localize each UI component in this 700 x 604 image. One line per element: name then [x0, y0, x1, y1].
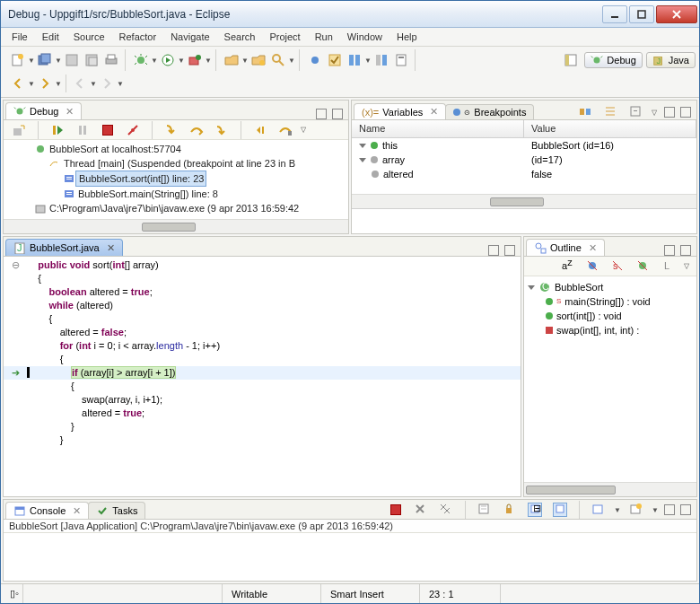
tab-variables[interactable]: (x)=Variables✕	[354, 103, 446, 119]
hide-local-icon[interactable]: L	[661, 259, 676, 274]
menu-help[interactable]: Help	[389, 30, 424, 44]
perspective-java[interactable]: J Java	[646, 52, 696, 68]
menu-refactor[interactable]: Refactor	[112, 30, 164, 44]
open-perspective-icon[interactable]	[564, 53, 578, 67]
clear-console-icon[interactable]	[477, 503, 492, 517]
remove-all-icon[interactable]	[439, 503, 453, 517]
minimize-view-icon[interactable]	[316, 109, 327, 119]
step-into-icon[interactable]	[164, 123, 179, 137]
code-editor[interactable]: ⊖ public void sort(int[] array) { boolea…	[4, 257, 521, 496]
remove-launch-icon[interactable]	[414, 503, 428, 517]
minimize-view-icon[interactable]	[664, 107, 675, 118]
sort-icon[interactable]: az	[561, 259, 575, 274]
hide-static-icon[interactable]: s	[611, 259, 626, 274]
menu-file[interactable]: File	[4, 30, 35, 44]
column-name[interactable]: Name	[352, 120, 524, 137]
scroll-lock-icon[interactable]	[503, 503, 517, 517]
nav-forward-icon[interactable]	[38, 76, 52, 91]
svg-point-11	[137, 57, 144, 64]
skip-breakpoints-icon[interactable]	[328, 53, 342, 67]
close-icon[interactable]: ✕	[585, 242, 597, 254]
pin-console-icon[interactable]: ⊟	[528, 503, 542, 517]
menu-edit[interactable]: Edit	[35, 30, 66, 44]
external-tools-icon[interactable]	[188, 53, 202, 67]
close-button[interactable]	[656, 5, 697, 23]
step-over-icon[interactable]	[189, 123, 204, 137]
suspend-icon[interactable]	[75, 123, 90, 137]
perspective-debug[interactable]: Debug	[584, 52, 642, 68]
run-icon[interactable]	[161, 53, 175, 67]
minimize-view-icon[interactable]	[664, 245, 675, 256]
save-icon[interactable]	[65, 53, 79, 67]
hide-nonpublic-icon[interactable]	[636, 259, 651, 274]
debug-tree[interactable]: BubbleSort at localhost:57704 Thread [ma…	[4, 140, 348, 219]
menu-project[interactable]: Project	[262, 30, 307, 44]
view-menu-icon[interactable]: ▽	[301, 126, 308, 134]
maximize-view-icon[interactable]	[332, 109, 343, 119]
menu-run[interactable]: Run	[308, 30, 340, 44]
menu-search[interactable]: Search	[217, 30, 263, 44]
drop-to-frame-icon[interactable]	[347, 53, 362, 67]
tab-editor[interactable]: J BubbleSort.java ✕	[5, 239, 123, 256]
variables-table[interactable]: thisBubbleSort (id=16) array(id=17) alte…	[352, 138, 696, 194]
open-type-icon[interactable]	[224, 53, 239, 67]
new-console-icon[interactable]	[629, 503, 643, 517]
pin-icon[interactable]	[394, 53, 408, 67]
print-icon[interactable]	[104, 53, 118, 67]
outline-tree[interactable]: CBubbleSort Smain(String[]) : void sort(…	[524, 276, 696, 482]
maximize-view-icon[interactable]	[504, 245, 515, 256]
toggle-breakpoint-icon[interactable]	[308, 53, 322, 67]
close-icon[interactable]: ✕	[103, 242, 115, 254]
step-return-icon[interactable]	[214, 123, 229, 137]
view-menu-icon[interactable]: ▽	[684, 262, 691, 270]
maximize-button[interactable]	[629, 5, 654, 23]
view-menu-icon[interactable]: ▽	[652, 109, 659, 117]
column-value[interactable]: Value	[524, 120, 696, 137]
hscrollbar[interactable]	[524, 482, 696, 496]
save-as-icon[interactable]	[84, 53, 99, 67]
hide-fields-icon[interactable]	[586, 259, 600, 274]
close-icon[interactable]: ✕	[426, 106, 438, 118]
save-all-icon[interactable]	[38, 53, 52, 67]
debug-icon[interactable]	[134, 53, 148, 67]
open-console-icon[interactable]	[591, 503, 606, 517]
show-logical-icon[interactable]	[604, 105, 618, 119]
terminate-icon[interactable]	[101, 123, 115, 137]
minimize-view-icon[interactable]	[664, 504, 675, 515]
tab-outline[interactable]: Outline✕	[526, 239, 605, 256]
minimize-button[interactable]	[602, 5, 627, 23]
tab-breakpoints[interactable]: ⊙Breakpoints	[445, 104, 534, 119]
maximize-view-icon[interactable]	[680, 245, 691, 256]
maximize-view-icon[interactable]	[680, 504, 691, 515]
next-annotation-icon[interactable]	[100, 76, 114, 91]
minimize-view-icon[interactable]	[488, 245, 499, 256]
disconnect-icon[interactable]	[126, 123, 140, 137]
console-output[interactable]	[4, 533, 696, 581]
tab-debug[interactable]: Debug ✕	[5, 102, 82, 119]
tab-console[interactable]: Console✕	[5, 502, 89, 519]
maximize-view-icon[interactable]	[680, 107, 691, 118]
menu-source[interactable]: Source	[66, 30, 112, 44]
resume-icon[interactable]	[50, 123, 65, 137]
menu-navigate[interactable]: Navigate	[163, 30, 216, 44]
close-icon[interactable]: ✕	[62, 106, 74, 118]
svg-text:C: C	[542, 281, 549, 292]
menu-window[interactable]: Window	[340, 30, 389, 44]
nav-back-icon[interactable]	[11, 76, 25, 91]
drop-frame-icon[interactable]	[253, 123, 267, 137]
show-type-names-icon[interactable]	[579, 105, 593, 119]
tab-tasks[interactable]: Tasks	[88, 502, 145, 519]
close-icon[interactable]: ✕	[69, 505, 81, 517]
display-selected-icon[interactable]	[553, 503, 567, 517]
collapse-all-icon[interactable]	[629, 105, 643, 119]
use-step-filters-icon[interactable]	[278, 123, 293, 137]
open-task-icon[interactable]	[251, 53, 266, 67]
remove-launch-icon[interactable]	[12, 123, 26, 137]
hscrollbar[interactable]	[4, 219, 348, 233]
terminate-icon[interactable]	[389, 503, 403, 517]
search-icon[interactable]	[271, 53, 285, 67]
last-edit-icon[interactable]	[73, 76, 87, 91]
hscrollbar[interactable]	[352, 194, 696, 208]
new-icon[interactable]	[11, 53, 25, 67]
step-filters-icon[interactable]	[374, 53, 389, 67]
